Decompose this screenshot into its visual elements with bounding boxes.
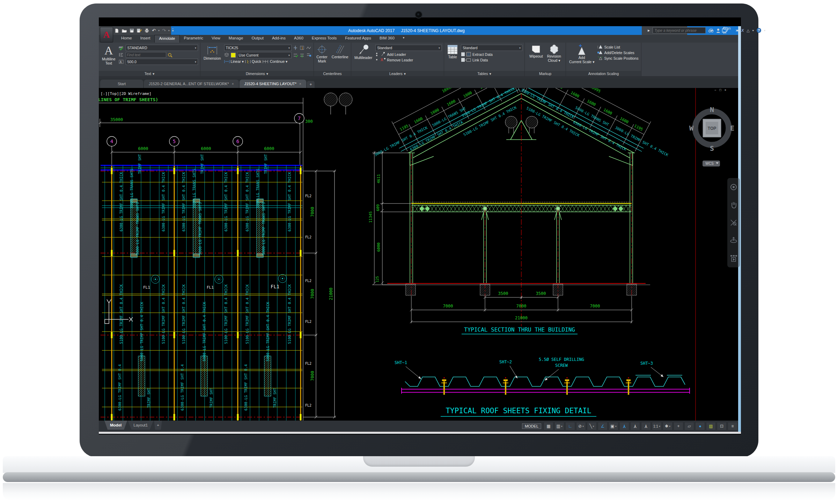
close-tab-icon[interactable]: × xyxy=(232,82,234,86)
viewcube-south[interactable]: S xyxy=(710,144,714,153)
ortho-icon[interactable]: ∟ xyxy=(565,422,575,430)
new-drawing-tab-button[interactable]: + xyxy=(307,81,315,88)
layer-stack-icon[interactable] xyxy=(224,53,229,58)
trusted-autodesk-icon[interactable]: ▨ xyxy=(706,422,716,430)
minimize-button[interactable]: − xyxy=(711,28,713,33)
model-tab[interactable]: Model xyxy=(104,421,127,430)
showmotion-icon[interactable] xyxy=(730,254,737,262)
quick-dim-button[interactable]: Quick xyxy=(245,59,261,64)
tab-home[interactable]: Home xyxy=(117,35,136,43)
autoscale-icon[interactable]: Y xyxy=(630,422,640,430)
add-leader-button[interactable]: Add Leader xyxy=(375,52,442,57)
workspace-gear-icon[interactable]: ✱▾ xyxy=(663,422,672,430)
viewcube-east[interactable]: E xyxy=(730,124,734,132)
dimension-button[interactable]: Dimension xyxy=(203,44,222,71)
viewport-controls[interactable]: [-][Top][2D Wireframe] xyxy=(101,91,152,96)
polar-tracking-icon[interactable]: ⊘▾ xyxy=(576,422,586,430)
tab-view[interactable]: View xyxy=(207,35,225,43)
panel-label-markup[interactable]: Markup xyxy=(525,71,566,76)
find-icon[interactable] xyxy=(168,53,172,57)
isodraft-icon[interactable]: ╲▾ xyxy=(587,422,597,430)
panel-label-text[interactable]: Text▾ xyxy=(99,71,200,76)
drawing-canvas[interactable]: [-][Top][2D Wireframe] LINES OF TRIMF SH… xyxy=(99,88,741,421)
dim-check-icon[interactable] xyxy=(293,53,298,58)
centerline-button[interactable]: Centerline xyxy=(331,44,350,71)
vp-minimize-icon[interactable]: − xyxy=(714,88,716,92)
viewcube-north[interactable]: N xyxy=(710,105,714,114)
pan-icon[interactable] xyxy=(730,201,737,209)
revision-cloud-button[interactable]: RevisionCloud ▾ xyxy=(546,44,562,71)
panel-label-leaders[interactable]: Leaders▾ xyxy=(351,71,444,76)
osnap-angle-icon[interactable]: ∠ xyxy=(598,422,608,430)
panel-label-dimensions[interactable]: Dimensions▾ xyxy=(200,71,314,76)
dim-style-combo[interactable]: TICK25▾ xyxy=(224,45,292,51)
annotative-icon[interactable]: A xyxy=(119,59,124,64)
undo-dropdown-icon[interactable]: ▾ xyxy=(158,29,160,32)
wcs-dropdown[interactable]: WCS xyxy=(703,161,720,166)
file-tab-steelwork[interactable]: J1520-2 GENERAL A...ENT OF STEELWORK*× xyxy=(144,80,239,88)
tab-featured-apps[interactable]: Featured Apps xyxy=(341,35,375,43)
tab-bim360[interactable]: BIM 360 xyxy=(375,35,399,43)
help-dropdown-icon[interactable]: ▾ xyxy=(764,29,765,32)
table-style-combo[interactable]: Standard▾ xyxy=(461,45,522,51)
search-arrow-icon[interactable]: ▶ xyxy=(648,29,650,32)
viewcube-west[interactable]: W xyxy=(689,124,694,132)
continue-dim-button[interactable]: Continue▾ xyxy=(263,59,287,64)
table-button[interactable]: Table xyxy=(446,44,459,71)
redo-icon[interactable]: ↷ xyxy=(162,28,166,33)
dim-layer-combo[interactable]: Use Current▾ xyxy=(237,52,292,58)
tab-express-tools[interactable]: Express Tools xyxy=(308,35,341,43)
plot-icon[interactable] xyxy=(144,28,149,33)
nav-wheel-icon[interactable] xyxy=(730,183,737,191)
tab-annotate[interactable]: Annotate xyxy=(154,35,179,43)
ribbon-options-icon[interactable]: ▾ xyxy=(399,35,409,43)
center-mark-button[interactable]: CenterMark xyxy=(315,44,329,71)
panel-label-annotation-scaling[interactable]: Annotation Scaling xyxy=(566,71,641,76)
tab-addins[interactable]: Add-ins xyxy=(268,35,290,43)
text-height-combo[interactable]: 500.0▾ xyxy=(126,59,198,65)
multileader-button[interactable]: Multileader xyxy=(353,44,373,71)
isolate-objects-icon[interactable]: ▱ xyxy=(684,422,694,430)
application-menu-button[interactable]: A xyxy=(100,27,113,43)
tab-manage[interactable]: Manage xyxy=(225,35,248,43)
scale-list-button[interactable]: Scale List xyxy=(597,45,639,49)
redo-dropdown-icon[interactable]: ▾ xyxy=(168,29,170,32)
text-align-icon[interactable] xyxy=(119,52,124,57)
search-input[interactable] xyxy=(653,27,706,34)
link-data-button[interactable]: Link Data xyxy=(461,58,522,62)
file-tab-start[interactable]: Start xyxy=(100,80,143,88)
osnap-icon[interactable]: ▣▾ xyxy=(609,422,618,430)
find-text-input[interactable] xyxy=(126,52,166,58)
exchange-apps-icon[interactable]: X xyxy=(741,28,744,32)
add-delete-scales-button[interactable]: Add/Delete Scales xyxy=(597,50,639,55)
customization-plus-icon[interactable]: + xyxy=(674,422,683,430)
dim-jog-icon[interactable] xyxy=(306,45,311,50)
extract-data-button[interactable]: Extract Data xyxy=(461,52,522,57)
help-icon[interactable]: ? xyxy=(757,28,761,33)
add-layout-button[interactable]: + xyxy=(154,421,162,430)
text-style-combo[interactable]: STANDARD▾ xyxy=(126,45,198,51)
dim-update-icon[interactable] xyxy=(300,53,305,58)
status-menu-icon[interactable]: ≡ xyxy=(728,422,737,430)
undo-icon[interactable]: ↶ xyxy=(152,28,156,33)
hardware-accel-icon[interactable]: ● xyxy=(695,422,705,430)
a360-icon[interactable]: △ xyxy=(747,28,749,33)
panel-label-tables[interactable]: Tables▾ xyxy=(444,71,524,76)
scale-value[interactable]: 1:1▾ xyxy=(652,422,662,430)
new-file-icon[interactable] xyxy=(115,28,119,33)
remove-leader-button[interactable]: Remove Leader xyxy=(375,58,442,62)
linear-dim-button[interactable]: Linear▾ xyxy=(224,59,244,64)
vp-restore-icon[interactable]: □ xyxy=(719,88,721,92)
snap-icon[interactable]: ▦ xyxy=(544,422,553,430)
restore-button[interactable] xyxy=(722,29,726,32)
a360-dropdown-icon[interactable]: ▾ xyxy=(752,29,754,32)
multiline-text-button[interactable]: A MultilineText xyxy=(101,44,117,71)
vp-close-icon[interactable]: × xyxy=(725,88,726,92)
dim-break-icon[interactable] xyxy=(293,45,298,50)
wipeout-button[interactable]: Wipeout xyxy=(528,44,544,71)
grid-icon[interactable]: ▥▾ xyxy=(554,422,564,430)
close-tab-icon[interactable]: × xyxy=(299,82,301,86)
tab-output[interactable]: Output xyxy=(247,35,268,43)
open-file-icon[interactable] xyxy=(122,28,127,33)
zoom-icon[interactable] xyxy=(730,219,737,227)
